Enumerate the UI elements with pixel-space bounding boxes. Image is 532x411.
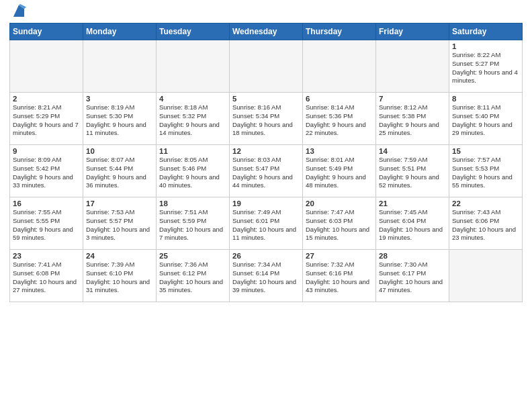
day-info: Sunrise: 7:55 AM Sunset: 5:55 PM Dayligh… xyxy=(13,208,80,242)
day-info: Sunrise: 8:12 AM Sunset: 5:38 PM Dayligh… xyxy=(379,103,446,138)
calendar-cell: 1Sunrise: 8:22 AM Sunset: 5:27 PM Daylig… xyxy=(449,40,523,93)
weekday-header-friday: Friday xyxy=(376,24,449,40)
calendar-cell: 25Sunrise: 7:36 AM Sunset: 6:12 PM Dayli… xyxy=(157,250,230,302)
day-info: Sunrise: 7:32 AM Sunset: 6:16 PM Dayligh… xyxy=(306,261,373,295)
calendar-cell: 7Sunrise: 8:12 AM Sunset: 5:38 PM Daylig… xyxy=(376,93,449,145)
day-info: Sunrise: 7:59 AM Sunset: 5:51 PM Dayligh… xyxy=(379,156,446,190)
calendar-cell: 26Sunrise: 7:34 AM Sunset: 6:14 PM Dayli… xyxy=(230,250,303,302)
day-number: 26 xyxy=(232,252,300,260)
day-number: 28 xyxy=(379,252,446,260)
day-number: 5 xyxy=(232,95,300,103)
calendar-cell xyxy=(230,40,303,93)
calendar-week-0: 1Sunrise: 8:22 AM Sunset: 5:27 PM Daylig… xyxy=(10,40,523,93)
calendar-cell: 17Sunrise: 7:53 AM Sunset: 5:57 PM Dayli… xyxy=(83,197,157,250)
day-info: Sunrise: 8:09 AM Sunset: 5:42 PM Dayligh… xyxy=(13,156,80,190)
day-info: Sunrise: 7:43 AM Sunset: 6:06 PM Dayligh… xyxy=(452,208,519,242)
calendar-table: SundayMondayTuesdayWednesdayThursdayFrid… xyxy=(9,23,523,302)
day-info: Sunrise: 7:51 AM Sunset: 5:59 PM Dayligh… xyxy=(159,208,226,242)
day-info: Sunrise: 8:16 AM Sunset: 5:34 PM Dayligh… xyxy=(232,103,300,138)
day-info: Sunrise: 7:39 AM Sunset: 6:10 PM Dayligh… xyxy=(86,261,153,295)
calendar-cell xyxy=(449,250,523,302)
day-info: Sunrise: 8:11 AM Sunset: 5:40 PM Dayligh… xyxy=(452,103,519,138)
day-info: Sunrise: 8:05 AM Sunset: 5:46 PM Dayligh… xyxy=(159,156,226,190)
calendar-cell xyxy=(157,40,230,93)
day-number: 8 xyxy=(452,95,519,103)
day-number: 9 xyxy=(13,147,80,155)
calendar-cell: 9Sunrise: 8:09 AM Sunset: 5:42 PM Daylig… xyxy=(10,145,83,197)
day-info: Sunrise: 7:34 AM Sunset: 6:14 PM Dayligh… xyxy=(232,261,300,295)
calendar-cell: 12Sunrise: 8:03 AM Sunset: 5:47 PM Dayli… xyxy=(230,145,303,197)
calendar-cell: 3Sunrise: 8:19 AM Sunset: 5:30 PM Daylig… xyxy=(83,93,157,145)
weekday-header-wednesday: Wednesday xyxy=(230,24,303,40)
day-number: 12 xyxy=(232,147,300,155)
calendar-cell xyxy=(303,40,376,93)
day-info: Sunrise: 7:49 AM Sunset: 6:01 PM Dayligh… xyxy=(232,208,300,242)
weekday-header-saturday: Saturday xyxy=(449,24,523,40)
calendar-cell: 18Sunrise: 7:51 AM Sunset: 5:59 PM Dayli… xyxy=(157,197,230,250)
day-info: Sunrise: 7:30 AM Sunset: 6:17 PM Dayligh… xyxy=(379,261,446,295)
calendar-cell: 11Sunrise: 8:05 AM Sunset: 5:46 PM Dayli… xyxy=(157,145,230,197)
day-info: Sunrise: 7:53 AM Sunset: 5:57 PM Dayligh… xyxy=(86,208,153,242)
weekday-header-monday: Monday xyxy=(83,24,157,40)
day-number: 18 xyxy=(159,199,226,208)
day-number: 4 xyxy=(159,95,226,103)
calendar-week-2: 9Sunrise: 8:09 AM Sunset: 5:42 PM Daylig… xyxy=(10,145,523,197)
calendar-cell: 14Sunrise: 7:59 AM Sunset: 5:51 PM Dayli… xyxy=(376,145,449,197)
calendar-cell xyxy=(10,40,83,93)
calendar-week-1: 2Sunrise: 8:21 AM Sunset: 5:29 PM Daylig… xyxy=(10,93,523,145)
day-number: 3 xyxy=(86,95,153,103)
calendar-cell: 28Sunrise: 7:30 AM Sunset: 6:17 PM Dayli… xyxy=(376,250,449,302)
calendar-cell: 24Sunrise: 7:39 AM Sunset: 6:10 PM Dayli… xyxy=(83,250,157,302)
day-number: 10 xyxy=(86,147,153,155)
day-info: Sunrise: 8:18 AM Sunset: 5:32 PM Dayligh… xyxy=(159,103,226,138)
calendar-cell: 21Sunrise: 7:45 AM Sunset: 6:04 PM Dayli… xyxy=(376,197,449,250)
calendar-week-4: 23Sunrise: 7:41 AM Sunset: 6:08 PM Dayli… xyxy=(10,250,523,302)
day-number: 11 xyxy=(159,147,226,155)
day-info: Sunrise: 7:41 AM Sunset: 6:08 PM Dayligh… xyxy=(13,261,80,295)
logo xyxy=(9,9,26,19)
calendar-cell: 15Sunrise: 7:57 AM Sunset: 5:53 PM Dayli… xyxy=(449,145,523,197)
calendar-cell: 8Sunrise: 8:11 AM Sunset: 5:40 PM Daylig… xyxy=(449,93,523,145)
day-number: 22 xyxy=(452,199,519,208)
calendar-cell xyxy=(376,40,449,93)
calendar-cell: 2Sunrise: 8:21 AM Sunset: 5:29 PM Daylig… xyxy=(10,93,83,145)
day-info: Sunrise: 7:45 AM Sunset: 6:04 PM Dayligh… xyxy=(379,208,446,242)
weekday-header-tuesday: Tuesday xyxy=(157,24,230,40)
calendar-cell: 20Sunrise: 7:47 AM Sunset: 6:03 PM Dayli… xyxy=(303,197,376,250)
day-info: Sunrise: 8:07 AM Sunset: 5:44 PM Dayligh… xyxy=(86,156,153,190)
calendar-cell: 23Sunrise: 7:41 AM Sunset: 6:08 PM Dayli… xyxy=(10,250,83,302)
weekday-header-thursday: Thursday xyxy=(303,24,376,40)
day-number: 24 xyxy=(86,252,153,260)
calendar-header-row: SundayMondayTuesdayWednesdayThursdayFrid… xyxy=(10,24,523,40)
day-number: 2 xyxy=(13,95,80,103)
day-number: 16 xyxy=(13,199,80,208)
day-number: 17 xyxy=(86,199,153,208)
day-info: Sunrise: 8:21 AM Sunset: 5:29 PM Dayligh… xyxy=(13,103,80,138)
calendar-cell xyxy=(83,40,157,93)
calendar-cell: 22Sunrise: 7:43 AM Sunset: 6:06 PM Dayli… xyxy=(449,197,523,250)
header-area xyxy=(9,7,523,19)
calendar-cell: 10Sunrise: 8:07 AM Sunset: 5:44 PM Dayli… xyxy=(83,145,157,197)
day-info: Sunrise: 7:57 AM Sunset: 5:53 PM Dayligh… xyxy=(452,156,519,190)
calendar-cell: 5Sunrise: 8:16 AM Sunset: 5:34 PM Daylig… xyxy=(230,93,303,145)
day-number: 19 xyxy=(232,199,300,208)
day-number: 7 xyxy=(379,95,446,103)
day-info: Sunrise: 7:36 AM Sunset: 6:12 PM Dayligh… xyxy=(159,261,226,295)
calendar-week-3: 16Sunrise: 7:55 AM Sunset: 5:55 PM Dayli… xyxy=(10,197,523,250)
day-number: 13 xyxy=(306,147,373,155)
day-info: Sunrise: 7:47 AM Sunset: 6:03 PM Dayligh… xyxy=(306,208,373,242)
day-number: 20 xyxy=(306,199,373,208)
day-info: Sunrise: 8:22 AM Sunset: 5:27 PM Dayligh… xyxy=(452,51,519,85)
day-info: Sunrise: 8:14 AM Sunset: 5:36 PM Dayligh… xyxy=(306,103,373,138)
day-info: Sunrise: 8:01 AM Sunset: 5:49 PM Dayligh… xyxy=(306,156,373,190)
day-number: 27 xyxy=(306,252,373,260)
calendar-cell: 16Sunrise: 7:55 AM Sunset: 5:55 PM Dayli… xyxy=(10,197,83,250)
day-number: 6 xyxy=(306,95,373,103)
day-number: 1 xyxy=(452,42,519,50)
day-number: 23 xyxy=(13,252,80,260)
day-number: 25 xyxy=(159,252,226,260)
calendar-cell: 27Sunrise: 7:32 AM Sunset: 6:16 PM Dayli… xyxy=(303,250,376,302)
day-info: Sunrise: 8:19 AM Sunset: 5:30 PM Dayligh… xyxy=(86,103,153,138)
calendar-cell: 4Sunrise: 8:18 AM Sunset: 5:32 PM Daylig… xyxy=(157,93,230,145)
calendar-cell: 6Sunrise: 8:14 AM Sunset: 5:36 PM Daylig… xyxy=(303,93,376,145)
